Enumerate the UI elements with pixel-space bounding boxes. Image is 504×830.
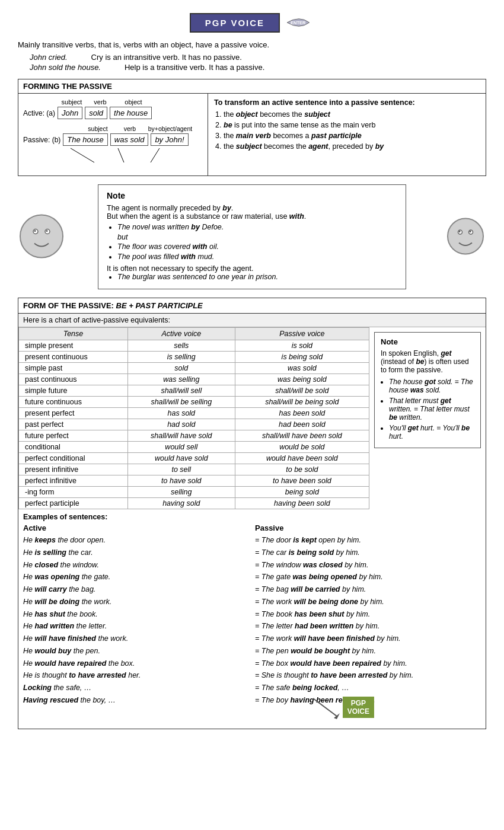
svg-point-8 (46, 230, 48, 232)
chart-row-1: present continuousis sellingis being sol… (19, 352, 369, 363)
chart-cell-6-2: has been sold (235, 408, 369, 419)
chart-cell-0-0: simple present (19, 340, 128, 352)
chart-cell-7-2: had been sold (235, 419, 369, 430)
active-label: Active: (a) (23, 109, 55, 117)
svg-point-12 (459, 231, 461, 232)
page-title-section: PGP VOICE ENTER (18, 12, 486, 33)
active-row-7: He had written the letter. (23, 621, 249, 632)
passive-verb-label: verb (117, 125, 143, 132)
svg-line-2 (118, 148, 124, 162)
active-row-13: Having rescued the boy, … (23, 695, 249, 706)
chart-cell-2-0: simple past (19, 363, 128, 374)
chart-row-10: perfect conditionalwould have soldwould … (19, 453, 369, 464)
form-passive-section: FORM OF THE PASSIVE: BE + PAST PARTICIPL… (18, 298, 486, 729)
passive-row-0: = The door is kept open by him. (255, 535, 481, 546)
examples-passive-col: Passive = The door is kept open by him.=… (255, 523, 481, 707)
chart-row-5: future continuousshall/will be sellingsh… (19, 397, 369, 408)
note2-item-3: You'll get hurt. = You'll be hurt. (389, 424, 474, 440)
chart-cell-8-1: shall/will have sold (127, 430, 235, 442)
svg-line-3 (151, 148, 160, 162)
active-object: the house (110, 107, 152, 119)
intro-example-1: John cried. (30, 53, 68, 62)
passive-row-4: = The bag will be carried by him. (255, 584, 481, 595)
chart-cell-12-1: to have sold (127, 475, 235, 487)
chart-cell-12-0: perfect infinitive (19, 475, 128, 487)
page-title: PGP VOICE (190, 13, 280, 33)
active-row-1: He is selling the car. (23, 547, 249, 558)
note1-wrapper: Note The agent is normally preceded by b… (18, 184, 486, 289)
note2-intro: In spoken English, get (instead of be) i… (381, 349, 474, 374)
chart-cell-7-0: past perfect (19, 419, 128, 430)
chart-cell-1-1: is selling (127, 352, 235, 363)
chart-row-14: perfect participlehaving soldhaving been… (19, 498, 369, 509)
chart-table-wrap: Tense Active voice Passive voice simple … (18, 327, 486, 509)
chart-row-13: -ing formsellingbeing sold (19, 487, 369, 498)
chart-cell-3-0: past continuous (19, 374, 128, 385)
transform-title: To transform an active sentence into a p… (214, 98, 480, 107)
note1-item-2: The floor was covered with oil. (117, 242, 397, 251)
diagram-lines (59, 147, 177, 165)
svg-line-1 (71, 148, 94, 162)
passive-agent-label: by+object/agent (146, 125, 194, 132)
active-col-label: Active (23, 523, 249, 532)
svg-point-4 (20, 215, 63, 257)
active-subject-label: subject (59, 98, 85, 106)
chart-header-row: Tense Active voice Passive voice (19, 328, 369, 340)
chart-cell-7-1: had sold (127, 419, 235, 430)
active-object-label: object (116, 98, 151, 106)
active-row-11: He is thought to have arrested her. (23, 670, 249, 681)
examples-section: Examples of sentences: Active He keeps t… (18, 509, 486, 729)
chart-cell-10-0: perfect conditional (19, 453, 128, 464)
chart-cell-8-2: shall/will have been sold (235, 430, 369, 442)
note1-line2: But when the agent is a substance or raw… (107, 212, 397, 221)
chart-row-8: future perfectshall/will have soldshall/… (19, 430, 369, 442)
chart-cell-0-2: is sold (235, 340, 369, 352)
step-4: the subject becomes the agent, preceded … (224, 142, 480, 151)
chart-cell-1-0: present continuous (19, 352, 128, 363)
chart-cell-9-2: would be sold (235, 442, 369, 453)
intro-note-1: Cry is an intransitive verb. It has no p… (91, 53, 242, 62)
chart-row-0: simple presentsellsis sold (19, 340, 369, 352)
chart-cell-10-2: would have been sold (235, 453, 369, 464)
chart-row-7: past perfecthad soldhad been sold (19, 419, 369, 430)
chart-cell-14-1: having sold (127, 498, 235, 509)
chart-cell-11-0: present infinitive (19, 464, 128, 475)
chart-table: Tense Active voice Passive voice simple … (18, 327, 369, 509)
step-1: the object becomes the subject (224, 110, 480, 119)
active-verb: sold (85, 107, 107, 119)
note1-closing-example: The burglar was sentenced to one year in… (117, 273, 397, 281)
active-row-4: He will carry the bag. (23, 584, 249, 595)
svg-point-7 (34, 230, 36, 232)
chart-cell-4-2: shall/will be sold (235, 385, 369, 397)
note2-title: Note (381, 337, 474, 346)
note1-closing: It is often not necessary to specify the… (107, 264, 397, 273)
step-3: the main verb becomes a past participle (224, 132, 480, 140)
chart-cell-2-2: was sold (235, 363, 369, 374)
chart-cell-12-2: to have been sold (235, 475, 369, 487)
chart-cell-9-1: would sell (127, 442, 235, 453)
passive-col-label: Passive (255, 523, 481, 532)
passive-row-5: = The work will be being done by him. (255, 596, 481, 608)
svg-line-14 (313, 698, 337, 716)
chart-cell-1-2: is being sold (235, 352, 369, 363)
passive-row-9: = The pen would be bought by him. (255, 646, 481, 657)
note2-box: Note In spoken English, get (instead of … (374, 332, 481, 448)
chart-cell-4-0: simple future (19, 385, 128, 397)
chart-cell-3-1: was selling (127, 374, 235, 385)
chart-row-12: perfect infinitiveto have soldto have be… (19, 475, 369, 487)
active-row-5: He will be doing the work. (23, 596, 249, 608)
form-passive-header: FORM OF THE PASSIVE: BE + PAST PARTICIPL… (18, 298, 486, 314)
chart-row-6: present perfecthas soldhas been sold (19, 408, 369, 419)
note1-title: Note (107, 191, 397, 200)
note1-but: but (117, 233, 397, 241)
svg-point-13 (470, 231, 471, 232)
active-row-9: He would buy the pen. (23, 646, 249, 657)
examples-header: Examples of sentences: (23, 513, 481, 521)
note2-item-2: That letter must get written. = That let… (389, 397, 474, 422)
smiley-right (445, 215, 486, 258)
active-row-0: He keeps the door open. (23, 535, 249, 546)
chart-cell-6-0: present perfect (19, 408, 128, 419)
note2-item-1: The house got sold. = The house was sold… (389, 378, 474, 394)
chart-row-11: present infinitiveto sellto be sold (19, 464, 369, 475)
chart-cell-13-1: selling (127, 487, 235, 498)
